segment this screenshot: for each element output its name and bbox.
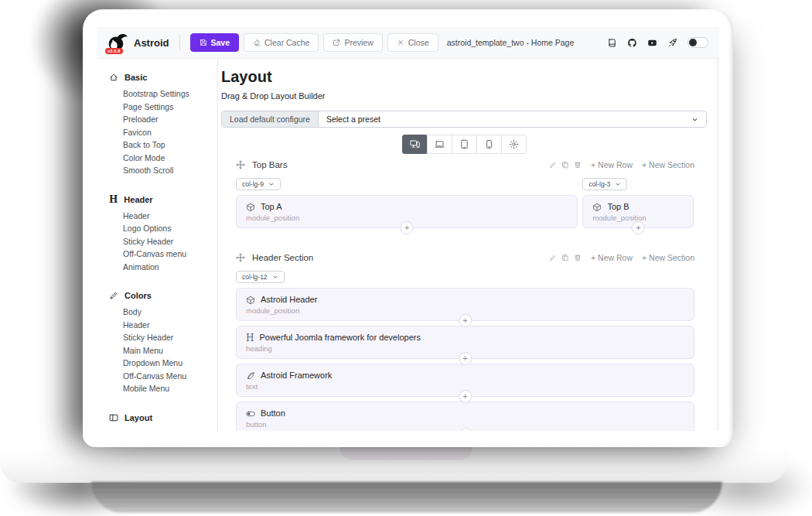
element-block-astroid-header[interactable]: Astroid Headermodule_position+: [236, 288, 694, 321]
page-title: Layout: [221, 68, 707, 86]
sidebar-item-main-menu[interactable]: Main Menu: [97, 344, 217, 357]
add-element-button[interactable]: +: [401, 221, 414, 234]
element-title: Astroid Header: [246, 295, 684, 305]
builder-section-actions: + New Row+ New Section: [549, 253, 694, 262]
main-panel: Layout Drag & Drop Layout Builder Load d…: [218, 59, 719, 431]
module-icon: [246, 203, 255, 212]
app-body: BasicBootstrap SettingsPage SettingsPrel…: [97, 59, 719, 431]
preset-select-value: Select a preset: [326, 114, 380, 124]
sidebar-item-color-mode[interactable]: Color Mode: [97, 152, 217, 165]
preset-select[interactable]: Select a preset: [319, 111, 706, 127]
mobile-icon: [484, 139, 494, 149]
element-block-top-b[interactable]: Top Bmodule_position+: [582, 195, 694, 228]
device-tab-laptop[interactable]: [427, 135, 452, 154]
trash-icon[interactable]: [574, 161, 582, 169]
docs-icon[interactable]: [607, 38, 617, 48]
youtube-icon[interactable]: [647, 38, 657, 48]
add-element-button[interactable]: +: [459, 390, 472, 403]
chevron-down-icon: [615, 181, 621, 187]
device-tabs: [221, 135, 707, 154]
builder-section-header: Header Section+ New Row+ New Section: [236, 252, 694, 263]
add-element-button[interactable]: +: [459, 314, 472, 327]
device-tab-desktop[interactable]: [402, 135, 428, 154]
new-row-button[interactable]: + New Row: [591, 253, 633, 262]
sidebar-item-off-canvas-menu[interactable]: Off-Canvas Menu: [97, 370, 217, 383]
move-icon[interactable]: [236, 160, 245, 169]
preview-button[interactable]: Preview: [323, 33, 382, 52]
eraser-icon: [253, 39, 261, 46]
new-section-button[interactable]: + New Section: [642, 253, 694, 262]
move-icon[interactable]: [236, 253, 245, 262]
column-size-value: col-lg-9: [242, 180, 264, 188]
column-size-select[interactable]: col-lg-9: [236, 178, 281, 190]
column-size-value: col-lg-12: [242, 273, 268, 281]
column-size-select[interactable]: col-lg-12: [236, 271, 285, 283]
github-icon[interactable]: [627, 38, 637, 48]
sidebar-item-back-to-top[interactable]: Back to Top: [97, 138, 217, 152]
sidebar-item-preloader[interactable]: Preloader: [97, 113, 217, 126]
sidebar-item-mobile-menu[interactable]: Mobile Menu: [97, 382, 217, 395]
sidebar-section-header-basic[interactable]: Basic: [97, 71, 217, 84]
sidebar-item-body[interactable]: Body: [97, 306, 217, 319]
device-tab-mobile[interactable]: [476, 135, 502, 154]
column-size-value: col-lg-3: [589, 180, 610, 188]
sidebar-item-dropdown-menu[interactable]: Dropdown Menu: [97, 357, 217, 370]
sidebar-item-header[interactable]: Header: [97, 319, 217, 332]
theme-toggle[interactable]: [687, 37, 708, 48]
page-subtitle: Drag & Drop Layout Builder: [221, 91, 707, 101]
sidebar-item-animation[interactable]: Animation: [97, 261, 217, 274]
copy-icon[interactable]: [561, 161, 569, 169]
column-size-select[interactable]: col-lg-3: [582, 178, 627, 190]
new-section-button[interactable]: + New Section: [642, 160, 694, 169]
builder-section-title: Top Bars: [252, 160, 287, 169]
builder-section-header: Top Bars+ New Row+ New Section: [236, 159, 694, 170]
pencil-icon[interactable]: [549, 254, 557, 261]
add-element-button[interactable]: +: [632, 221, 645, 234]
sidebar-section-header-header[interactable]: HHeader: [97, 193, 217, 206]
element-block-astroid-framework[interactable]: Astroid Frameworktext+: [236, 364, 694, 397]
close-icon: [397, 39, 404, 46]
add-element-button[interactable]: +: [459, 352, 472, 365]
builder-section-top-bars: Top Bars+ New Row+ New Sectioncol-lg-9To…: [221, 159, 707, 228]
element-block-top-a[interactable]: Top Amodule_position+: [236, 195, 578, 228]
pencil-icon[interactable]: [549, 161, 557, 169]
sidebar-items: Bootstrap SettingsPage SettingsPreloader…: [97, 87, 217, 177]
sidebar-item-header[interactable]: Header: [97, 210, 217, 223]
builder-section-actions: + New Row+ New Section: [549, 160, 694, 169]
element-title-text: Top B: [607, 202, 629, 212]
sidebar-item-page-settings[interactable]: Page Settings: [97, 101, 217, 114]
document-title: astroid_template_two - Home Page: [447, 38, 575, 47]
sidebar-item-favicon[interactable]: Favicon: [97, 126, 217, 139]
sidebar-section-header: HHeaderHeaderLogo OptionsSticky HeaderOf…: [97, 193, 217, 274]
element-block-button[interactable]: Buttonbutton+: [236, 402, 694, 431]
button-label: Clear Cache: [264, 38, 309, 47]
laptop-mockup: v3.0.8 Astroid Save Clear CachePreviewCl…: [0, 0, 812, 516]
sidebar-section-header-colors[interactable]: Colors: [97, 289, 217, 302]
gear-icon: [509, 139, 519, 149]
close-button[interactable]: Close: [387, 33, 438, 52]
device-tab-gear[interactable]: [501, 135, 527, 154]
sidebar-item-bootstrap-settings[interactable]: Bootstrap Settings: [97, 87, 217, 101]
builder-section-title: Header Section: [252, 253, 313, 262]
new-row-button[interactable]: + New Row: [591, 160, 633, 169]
module-icon: [592, 203, 602, 212]
sidebar-item-off-canvas-menu[interactable]: Off-Canvas menu: [97, 248, 217, 261]
sidebar-item-sticky-header[interactable]: Sticky Header: [97, 235, 217, 248]
sidebar-item-sticky-header[interactable]: Sticky Header: [97, 331, 217, 344]
theme-toggle-knob: [689, 39, 697, 46]
astroid-icon[interactable]: [667, 38, 677, 48]
sidebar-section-header-layout[interactable]: Layout: [97, 412, 217, 424]
topbar: v3.0.8 Astroid Save Clear CachePreviewCl…: [97, 27, 719, 59]
chevron-down-icon: [691, 116, 698, 123]
sidebar-item-logo-options[interactable]: Logo Options: [97, 222, 217, 235]
element-block-powerful-joomla-framework-for-developers[interactable]: HPowerful Joomla framework for developer…: [236, 326, 694, 359]
device-tab-tablet[interactable]: [452, 135, 477, 154]
copy-icon[interactable]: [561, 254, 569, 261]
clear-cache-button[interactable]: Clear Cache: [244, 33, 319, 52]
builder-section-header-section: Header Section+ New Row+ New Sectioncol-…: [221, 252, 707, 431]
save-button[interactable]: Save: [190, 33, 240, 52]
sidebar-item-smooth-scroll[interactable]: Smooth Scroll: [97, 164, 217, 177]
external-links: [607, 38, 677, 48]
trash-icon[interactable]: [574, 254, 582, 261]
load-default-button[interactable]: Load default configure: [222, 111, 319, 127]
